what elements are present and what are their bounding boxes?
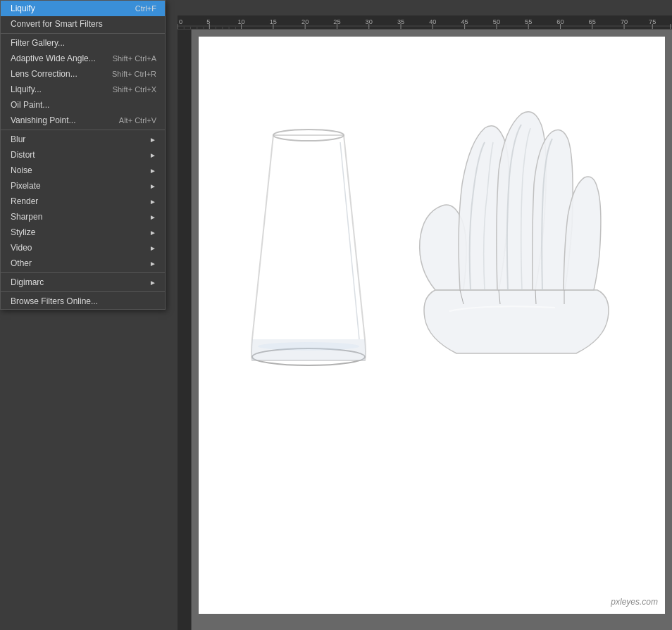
menu-item-label: Video bbox=[11, 243, 32, 253]
menu-item-shortcut: Shift+ Ctrl+X bbox=[113, 85, 156, 94]
menu-item-video[interactable]: Video ► bbox=[1, 240, 165, 256]
submenu-arrow-icon: ► bbox=[149, 229, 156, 237]
document-image bbox=[203, 44, 661, 607]
submenu-arrow-icon: ► bbox=[149, 167, 156, 175]
menu-item-label: Other bbox=[11, 258, 32, 268]
menu-item-shortcut: Shift+ Ctrl+R bbox=[112, 70, 156, 78]
menu-item-shortcut: Ctrl+F bbox=[135, 4, 156, 13]
menu-item-sharpen[interactable]: Sharpen ► bbox=[1, 209, 165, 225]
menu-item-label: Blur bbox=[11, 134, 25, 144]
menu-item-liquify2[interactable]: Liquify... Shift+ Ctrl+X bbox=[1, 82, 165, 97]
menu-item-vanishing-point[interactable]: Vanishing Point... Alt+ Ctrl+V bbox=[1, 113, 165, 128]
menu-item-label: Stylize bbox=[11, 227, 35, 237]
menu-separator-3 bbox=[1, 272, 165, 273]
submenu-arrow-icon: ► bbox=[149, 213, 156, 221]
menu-item-label: Convert for Smart Filters bbox=[11, 19, 103, 29]
menu-separator-2 bbox=[1, 130, 165, 130]
menu-item-filter-gallery[interactable]: Filter Gallery... bbox=[1, 35, 165, 51]
svg-rect-0 bbox=[178, 15, 672, 30]
menu-item-label: Liquify... bbox=[11, 84, 42, 94]
submenu-arrow-icon: ► bbox=[149, 182, 156, 190]
submenu-arrow-icon: ► bbox=[149, 151, 156, 159]
menu-item-label: Liquify bbox=[11, 4, 35, 13]
menu-item-shortcut: Alt+ Ctrl+V bbox=[119, 116, 156, 125]
menu-item-label: Render bbox=[11, 196, 38, 206]
filter-dropdown-menu[interactable]: Liquify Ctrl+F Convert for Smart Filters… bbox=[0, 0, 166, 310]
menu-item-stylize[interactable]: Stylize ► bbox=[1, 225, 165, 240]
menu-item-label: Pixelate bbox=[11, 181, 41, 191]
menu-item-label: Filter Gallery... bbox=[11, 38, 65, 48]
menu-item-label: Noise bbox=[11, 165, 32, 175]
submenu-arrow-icon: ► bbox=[149, 244, 156, 252]
doc-content: pxleyes.com bbox=[199, 37, 665, 614]
submenu-arrow-icon: ► bbox=[149, 279, 156, 286]
doc-canvas: pxleyes.com bbox=[192, 30, 672, 630]
menu-item-shortcut: Shift+ Ctrl+A bbox=[113, 54, 156, 63]
menu-item-label: Sharpen bbox=[11, 212, 42, 222]
menu-item-label: Oil Paint... bbox=[11, 100, 49, 110]
submenu-arrow-icon: ► bbox=[149, 198, 156, 206]
menu-item-label: Browse Filters Online... bbox=[11, 296, 98, 306]
menu-separator-4 bbox=[1, 291, 165, 292]
menu-item-browse-filters[interactable]: Browse Filters Online... bbox=[1, 294, 165, 309]
menu-item-liquify[interactable]: Liquify Ctrl+F bbox=[1, 1, 165, 16]
svg-point-45 bbox=[258, 342, 359, 351]
menu-item-label: Distort bbox=[11, 150, 35, 160]
menu-item-noise[interactable]: Noise ► bbox=[1, 163, 165, 178]
svg-text:0: 0 bbox=[179, 18, 182, 25]
watermark: pxleyes.com bbox=[611, 597, 658, 607]
submenu-arrow-icon: ► bbox=[149, 136, 156, 144]
hand-sculpture bbox=[420, 112, 609, 353]
menu-item-other[interactable]: Other ► bbox=[1, 256, 165, 271]
menu-item-label: Digimarc bbox=[11, 277, 44, 287]
menu-item-label: Lens Correction... bbox=[11, 69, 77, 79]
menu-item-digimarc[interactable]: Digimarc ► bbox=[1, 275, 165, 290]
menu-item-label: Vanishing Point... bbox=[11, 115, 76, 125]
menu-item-pixelate[interactable]: Pixelate ► bbox=[1, 178, 165, 194]
menu-item-oil-paint[interactable]: Oil Paint... bbox=[1, 97, 165, 113]
ruler-svg: 0 5 10 15 20 25 30 35 40 45 bbox=[178, 15, 672, 30]
menu-item-label: Adaptive Wide Angle... bbox=[11, 53, 96, 63]
ruler-top: 0 5 10 15 20 25 30 35 40 45 bbox=[178, 15, 672, 30]
ruler-left bbox=[178, 30, 192, 630]
menu-separator-1 bbox=[1, 33, 165, 34]
menu-item-lens-correction[interactable]: Lens Correction... Shift+ Ctrl+R bbox=[1, 66, 165, 82]
shot-glass bbox=[251, 130, 366, 365]
menu-item-blur[interactable]: Blur ► bbox=[1, 132, 165, 147]
menu-item-distort[interactable]: Distort ► bbox=[1, 147, 165, 163]
menu-item-adaptive-wide[interactable]: Adaptive Wide Angle... Shift+ Ctrl+A bbox=[1, 51, 165, 66]
menu-item-convert-smart[interactable]: Convert for Smart Filters bbox=[1, 16, 165, 32]
menu-item-render[interactable]: Render ► bbox=[1, 194, 165, 209]
submenu-arrow-icon: ► bbox=[149, 260, 156, 267]
